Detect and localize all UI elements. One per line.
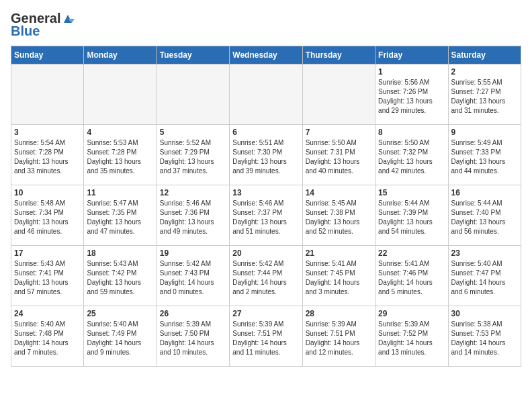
calendar-cell: 1Sunrise: 5:56 AM Sunset: 7:26 PM Daylig… — [375, 64, 448, 125]
day-info: Sunrise: 5:52 AM Sunset: 7:29 PM Dayligh… — [160, 138, 226, 176]
day-number: 27 — [232, 309, 299, 318]
day-info: Sunrise: 5:40 AM Sunset: 7:48 PM Dayligh… — [14, 320, 81, 357]
weekday-header-row: SundayMondayTuesdayWednesdayThursdayFrid… — [11, 46, 521, 64]
day-info: Sunrise: 5:42 AM Sunset: 7:43 PM Dayligh… — [160, 259, 226, 297]
day-number: 4 — [87, 128, 153, 137]
day-info: Sunrise: 5:54 AM Sunset: 7:28 PM Dayligh… — [14, 138, 81, 176]
day-number: 23 — [451, 248, 518, 258]
day-info: Sunrise: 5:40 AM Sunset: 7:49 PM Dayligh… — [87, 320, 153, 357]
calendar-cell: 17Sunrise: 5:43 AM Sunset: 7:41 PM Dayli… — [11, 246, 84, 306]
calendar-cell: 26Sunrise: 5:39 AM Sunset: 7:50 PM Dayli… — [157, 306, 229, 367]
day-number: 6 — [232, 128, 299, 137]
day-info: Sunrise: 5:40 AM Sunset: 7:47 PM Dayligh… — [451, 259, 518, 297]
day-number: 16 — [451, 188, 518, 197]
day-number: 17 — [14, 248, 81, 258]
weekday-header-tuesday: Tuesday — [157, 46, 229, 64]
calendar-cell: 5Sunrise: 5:52 AM Sunset: 7:29 PM Daylig… — [157, 125, 229, 185]
day-number: 25 — [87, 309, 153, 318]
day-info: Sunrise: 5:46 AM Sunset: 7:37 PM Dayligh… — [232, 199, 299, 236]
week-row-3: 17Sunrise: 5:43 AM Sunset: 7:41 PM Dayli… — [11, 246, 521, 306]
calendar-cell — [302, 64, 375, 125]
calendar-cell: 9Sunrise: 5:49 AM Sunset: 7:33 PM Daylig… — [448, 125, 521, 185]
day-info: Sunrise: 5:48 AM Sunset: 7:34 PM Dayligh… — [14, 199, 81, 236]
day-info: Sunrise: 5:49 AM Sunset: 7:33 PM Dayligh… — [451, 138, 518, 176]
day-info: Sunrise: 5:44 AM Sunset: 7:39 PM Dayligh… — [378, 199, 445, 236]
calendar-cell: 25Sunrise: 5:40 AM Sunset: 7:49 PM Dayli… — [84, 306, 157, 367]
day-number: 10 — [14, 188, 81, 197]
calendar-table: SundayMondayTuesdayWednesdayThursdayFrid… — [11, 46, 521, 367]
day-info: Sunrise: 5:53 AM Sunset: 7:28 PM Dayligh… — [87, 138, 153, 176]
week-row-4: 24Sunrise: 5:40 AM Sunset: 7:48 PM Dayli… — [11, 306, 521, 367]
day-number: 22 — [378, 248, 445, 258]
logo-blue-text: Blue — [11, 24, 40, 39]
day-info: Sunrise: 5:43 AM Sunset: 7:41 PM Dayligh… — [14, 259, 81, 297]
calendar-cell: 7Sunrise: 5:50 AM Sunset: 7:31 PM Daylig… — [302, 125, 375, 185]
weekday-header-wednesday: Wednesday — [230, 46, 302, 64]
day-info: Sunrise: 5:43 AM Sunset: 7:42 PM Dayligh… — [87, 259, 153, 297]
weekday-header-friday: Friday — [375, 46, 448, 64]
day-number: 24 — [14, 309, 81, 318]
day-number: 21 — [306, 248, 372, 258]
calendar-cell: 21Sunrise: 5:41 AM Sunset: 7:45 PM Dayli… — [302, 246, 375, 306]
day-number: 15 — [378, 188, 445, 197]
calendar-cell: 10Sunrise: 5:48 AM Sunset: 7:34 PM Dayli… — [11, 185, 84, 246]
day-info: Sunrise: 5:45 AM Sunset: 7:38 PM Dayligh… — [306, 199, 372, 236]
calendar-cell: 30Sunrise: 5:38 AM Sunset: 7:53 PM Dayli… — [448, 306, 521, 367]
day-number: 11 — [87, 188, 153, 197]
calendar-cell: 23Sunrise: 5:40 AM Sunset: 7:47 PM Dayli… — [448, 246, 521, 306]
calendar-cell: 27Sunrise: 5:39 AM Sunset: 7:51 PM Dayli… — [230, 306, 302, 367]
calendar-cell: 22Sunrise: 5:41 AM Sunset: 7:46 PM Dayli… — [375, 246, 448, 306]
day-info: Sunrise: 5:44 AM Sunset: 7:40 PM Dayligh… — [451, 199, 518, 236]
calendar-cell: 8Sunrise: 5:50 AM Sunset: 7:32 PM Daylig… — [375, 125, 448, 185]
calendar-cell — [84, 64, 157, 125]
calendar-cell: 6Sunrise: 5:51 AM Sunset: 7:30 PM Daylig… — [230, 125, 302, 185]
day-number: 28 — [306, 309, 372, 318]
calendar-cell: 28Sunrise: 5:39 AM Sunset: 7:51 PM Dayli… — [302, 306, 375, 367]
week-row-2: 10Sunrise: 5:48 AM Sunset: 7:34 PM Dayli… — [11, 185, 521, 246]
weekday-header-monday: Monday — [84, 46, 157, 64]
calendar-cell: 18Sunrise: 5:43 AM Sunset: 7:42 PM Dayli… — [84, 246, 157, 306]
day-info: Sunrise: 5:56 AM Sunset: 7:26 PM Dayligh… — [378, 78, 445, 116]
logo: General Blue — [11, 11, 75, 39]
day-number: 7 — [306, 128, 372, 137]
day-info: Sunrise: 5:55 AM Sunset: 7:27 PM Dayligh… — [451, 78, 518, 116]
day-number: 13 — [232, 188, 299, 197]
day-number: 1 — [378, 67, 445, 77]
day-number: 20 — [232, 248, 299, 258]
day-number: 26 — [160, 309, 226, 318]
calendar-cell: 4Sunrise: 5:53 AM Sunset: 7:28 PM Daylig… — [84, 125, 157, 185]
day-info: Sunrise: 5:50 AM Sunset: 7:32 PM Dayligh… — [378, 138, 445, 176]
calendar-cell: 14Sunrise: 5:45 AM Sunset: 7:38 PM Dayli… — [302, 185, 375, 246]
day-number: 29 — [378, 309, 445, 318]
day-info: Sunrise: 5:39 AM Sunset: 7:51 PM Dayligh… — [306, 320, 372, 357]
day-info: Sunrise: 5:42 AM Sunset: 7:44 PM Dayligh… — [232, 259, 299, 297]
day-info: Sunrise: 5:39 AM Sunset: 7:51 PM Dayligh… — [232, 320, 299, 357]
day-info: Sunrise: 5:38 AM Sunset: 7:53 PM Dayligh… — [451, 320, 518, 357]
weekday-header-saturday: Saturday — [448, 46, 521, 64]
calendar-cell: 11Sunrise: 5:47 AM Sunset: 7:35 PM Dayli… — [84, 185, 157, 246]
day-info: Sunrise: 5:41 AM Sunset: 7:45 PM Dayligh… — [306, 259, 372, 297]
day-info: Sunrise: 5:39 AM Sunset: 7:50 PM Dayligh… — [160, 320, 226, 357]
logo-icon — [61, 12, 75, 26]
day-info: Sunrise: 5:39 AM Sunset: 7:52 PM Dayligh… — [378, 320, 445, 357]
day-info: Sunrise: 5:41 AM Sunset: 7:46 PM Dayligh… — [378, 259, 445, 297]
page-header: General Blue — [11, 11, 521, 39]
day-number: 12 — [160, 188, 226, 197]
calendar-cell: 13Sunrise: 5:46 AM Sunset: 7:37 PM Dayli… — [230, 185, 302, 246]
day-number: 14 — [306, 188, 372, 197]
calendar-cell: 2Sunrise: 5:55 AM Sunset: 7:27 PM Daylig… — [448, 64, 521, 125]
day-number: 9 — [451, 128, 518, 137]
calendar-cell — [11, 64, 84, 125]
calendar-cell — [157, 64, 229, 125]
calendar-cell: 3Sunrise: 5:54 AM Sunset: 7:28 PM Daylig… — [11, 125, 84, 185]
day-info: Sunrise: 5:47 AM Sunset: 7:35 PM Dayligh… — [87, 199, 153, 236]
day-number: 30 — [451, 309, 518, 318]
calendar-cell: 19Sunrise: 5:42 AM Sunset: 7:43 PM Dayli… — [157, 246, 229, 306]
calendar-cell: 20Sunrise: 5:42 AM Sunset: 7:44 PM Dayli… — [230, 246, 302, 306]
week-row-0: 1Sunrise: 5:56 AM Sunset: 7:26 PM Daylig… — [11, 64, 521, 125]
week-row-1: 3Sunrise: 5:54 AM Sunset: 7:28 PM Daylig… — [11, 125, 521, 185]
day-number: 5 — [160, 128, 226, 137]
day-info: Sunrise: 5:46 AM Sunset: 7:36 PM Dayligh… — [160, 199, 226, 236]
calendar-cell: 12Sunrise: 5:46 AM Sunset: 7:36 PM Dayli… — [157, 185, 229, 246]
calendar-cell: 29Sunrise: 5:39 AM Sunset: 7:52 PM Dayli… — [375, 306, 448, 367]
